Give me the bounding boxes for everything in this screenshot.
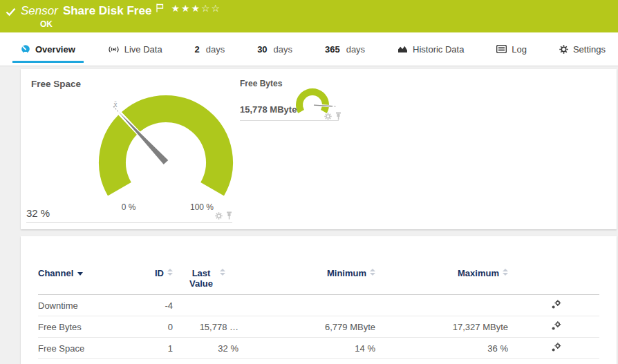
stars-empty: ☆☆ [201,3,221,14]
historic-chart-icon [397,45,408,53]
tab-label: Overview [35,44,75,55]
ok-checkmark-icon [6,8,16,17]
gauge-icon [21,44,30,54]
channels-panel: Channel ID Last Value Minimum Maximum [21,236,617,364]
tab-30-days[interactable]: 30 days [249,32,301,66]
tab-number: 30 [257,44,267,55]
cell-channel: Free Bytes [38,316,135,338]
cell-minimum: 6,779 MByte [238,316,375,338]
table-row-downtime: Downtime -4 [38,295,599,316]
free-bytes-gauge-value: 15,778 MByte [240,104,297,115]
sort-icon[interactable] [167,269,173,276]
column-header-minimum[interactable]: Minimum [238,267,375,295]
tab-historic-data[interactable]: Historic Data [389,32,472,66]
cell-channel: Downtime [38,295,135,316]
tab-live-data[interactable]: Live Data [100,32,171,66]
mean-marker: x̄ [114,101,118,108]
cell-maximum [375,295,508,316]
column-header-channel[interactable]: Channel [38,267,135,295]
free-bytes-gauge-arc [299,92,326,112]
flag-icon[interactable] [156,3,164,12]
sort-icon[interactable] [220,269,225,276]
gauges-canvas: x̄ [21,69,617,229]
gauge-pin-icon[interactable] [335,112,341,120]
tab-label: Settings [573,44,606,55]
gauge-max-label: 100 % [185,202,219,212]
sensor-status-badge: OK [40,19,618,29]
free-bytes-footer-divider [240,120,339,121]
sensor-header: Sensor Share Disk Free ★★★☆☆ OK [0,0,618,32]
cell-maximum: 36 % [375,338,508,359]
cell-minimum [238,295,375,316]
table-row-free-bytes: Free Bytes 0 15,778 … 6,779 MByte 17,327… [38,316,599,338]
tab-label: Live Data [124,44,162,55]
cell-channel: Free Space [38,338,135,359]
gauge-settings-gear-icon[interactable] [324,113,332,120]
cell-last-value: 15,778 … [173,316,238,338]
cell-id: -4 [135,295,173,316]
tab-label: Historic Data [413,44,464,55]
tab-overview[interactable]: Overview [12,32,84,66]
cell-maximum: 17,327 MByte [375,316,508,338]
cell-id: 0 [135,316,173,338]
tab-number: 365 [325,44,340,55]
column-label: ID [155,268,164,278]
column-label: Channel [38,268,73,278]
sensor-title: Share Disk Free [63,4,152,18]
cell-last-value: 32 % [173,338,238,359]
column-header-maximum[interactable]: Maximum [375,267,508,295]
edit-channel-icon[interactable] [551,321,561,333]
tab-label: Log [512,44,527,55]
tab-label: days [346,44,365,55]
gauge-settings-gear-icon[interactable] [215,212,223,220]
sort-icon[interactable] [370,269,375,276]
tab-label: days [274,44,292,55]
column-header-edit [508,267,599,295]
column-header-id[interactable]: ID [135,267,173,295]
sensor-type-label: Sensor [21,4,58,18]
edit-channel-icon[interactable] [551,343,561,354]
table-header-row: Channel ID Last Value Minimum Maximum [38,267,599,295]
gauges-panel: x̄ Free Space 0 % 100 % 32 % Free Bytes … [21,69,617,229]
sensor-header-line: Sensor Share Disk Free ★★★☆☆ [6,4,618,18]
live-data-icon [108,45,120,54]
free-bytes-gauge-controls [324,112,341,120]
tab-label: days [206,44,225,55]
free-space-gauge-value: 32 % [26,207,50,219]
cell-last-value [173,295,238,316]
table-row-free-space: Free Space 1 32 % 14 % 36 % [38,338,599,359]
tab-settings[interactable]: Settings [551,32,614,66]
column-label: Maximum [458,268,499,278]
free-space-gauge-title: Free Space [31,79,81,89]
cell-id: 1 [135,338,173,359]
cell-minimum: 14 % [238,338,375,359]
tab-2-days[interactable]: 2 days [187,32,234,66]
edit-channel-icon[interactable] [551,300,561,312]
gear-icon [559,45,568,54]
tab-number: 2 [195,44,200,55]
log-icon [496,45,507,53]
free-space-footer-divider [26,222,232,223]
tab-log[interactable]: Log [488,32,535,66]
gauge-pin-icon[interactable] [226,211,232,220]
tab-bar: Overview Live Data 2 days 30 days 365 da… [0,32,618,66]
priority-stars[interactable]: ★★★☆☆ [171,3,221,14]
column-label: Last Value [186,268,216,289]
tab-365-days[interactable]: 365 days [317,32,373,66]
free-bytes-gauge-title: Free Bytes [240,79,282,88]
gauge-min-label: 0 % [115,202,142,212]
sort-icon[interactable] [503,269,508,276]
chevron-down-icon [77,272,83,276]
column-label: Minimum [327,268,366,278]
stars-filled: ★★★ [171,3,201,14]
column-header-last-value[interactable]: Last Value [173,267,238,295]
free-space-gauge-controls [215,211,232,220]
channels-table: Channel ID Last Value Minimum Maximum [38,267,599,359]
